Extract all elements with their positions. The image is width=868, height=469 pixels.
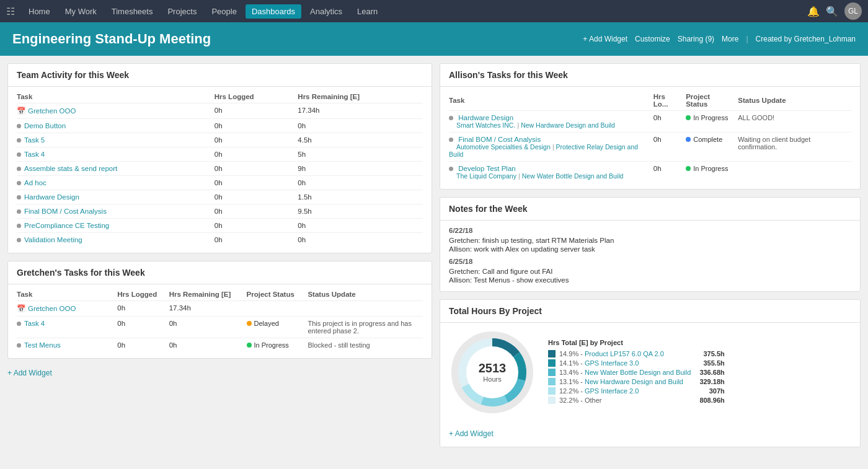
gretchens-tasks-table: Task Hrs Logged Hrs Remaining [E] Projec…	[17, 288, 423, 352]
subtask-link1[interactable]: The Liquid Company	[456, 172, 516, 180]
task-link[interactable]: Task 4	[24, 320, 45, 327]
task-link[interactable]: Task 5	[24, 136, 45, 144]
sharing-btn[interactable]: Sharing (9)	[678, 35, 714, 43]
task-cell: Develop Test Plan The Liquid Company | N…	[449, 162, 653, 183]
hrs-logged-cell: 0h	[117, 301, 169, 317]
legend-color	[548, 359, 556, 367]
nav-projects[interactable]: Projects	[161, 4, 203, 19]
nav-people[interactable]: People	[205, 4, 242, 19]
update-cell	[308, 301, 423, 317]
add-widget-header-btn[interactable]: + Add Widget	[583, 35, 627, 43]
hrs-logged-cell: 0h	[215, 190, 298, 204]
table-row: PreCompliance CE Testing 0h 0h	[17, 219, 423, 233]
task-cell: Task 4	[17, 317, 117, 338]
col-ahrs: Hrs Lo...	[653, 90, 686, 111]
task-link[interactable]: Final BOM / Cost Analysis	[458, 136, 541, 143]
task-link[interactable]: Final BOM / Cost Analysis	[24, 208, 107, 215]
status-dot	[247, 321, 252, 326]
task-link[interactable]: Gretchen OOO	[28, 305, 76, 312]
notes-title: Notes for the Week	[440, 198, 860, 221]
dot-icon	[17, 238, 21, 242]
nav-timesheets[interactable]: Timesheets	[105, 4, 159, 19]
task-link[interactable]: Hardware Design	[458, 114, 513, 121]
legend-item: 14.9% - Product LP157 6.0 QA 2.0 375.5h	[548, 350, 725, 357]
hrs-logged-cell: 0h	[215, 204, 298, 219]
nav-dashboards[interactable]: Dashboards	[246, 4, 301, 19]
hrs-logged-cell: 0h	[215, 219, 298, 233]
legend-link[interactable]: Product LP157 6.0 QA 2.0	[585, 350, 664, 357]
status-dot	[686, 166, 691, 171]
task-link[interactable]: Hardware Design	[24, 193, 79, 201]
subtask-link2[interactable]: New Water Bottle Design and Build	[522, 172, 624, 180]
more-btn[interactable]: More	[722, 35, 738, 43]
update-cell: ALL GOOD!	[738, 111, 851, 133]
task-link[interactable]: Validation Meeting	[24, 236, 82, 243]
task-link[interactable]: Ad hoc	[24, 179, 46, 186]
gretchens-tasks-widget: Gretchen's Tasks for this Week Task Hrs …	[7, 261, 432, 359]
status-badge: In Progress	[686, 114, 728, 121]
hrs-logged-cell: 0h	[117, 338, 169, 353]
hrs-logged-cell: 0h	[117, 317, 169, 338]
hrs-remaining-cell: 0h	[169, 317, 247, 338]
avatar[interactable]: GL	[844, 2, 862, 20]
allisons-tasks-table: Task Hrs Lo... Project Status Status Upd…	[449, 90, 851, 183]
col-hrs-logged: Hrs Logged	[215, 90, 298, 103]
legend-link[interactable]: New Hardware Design and Build	[585, 378, 683, 385]
search-icon[interactable]: 🔍	[826, 6, 838, 17]
task-link[interactable]: Demo Button	[24, 122, 66, 129]
status-dot	[686, 137, 691, 142]
task-link[interactable]: Develop Test Plan	[458, 165, 515, 172]
hrs-cell: 0h	[653, 133, 686, 162]
nav-analytics[interactable]: Analytics	[304, 4, 348, 19]
hrs-logged-cell: 0h	[215, 133, 298, 147]
task-link[interactable]: Test Menus	[24, 341, 61, 349]
legend-color	[548, 378, 556, 385]
legend-value: 808.96h	[694, 397, 724, 404]
hrs-logged-cell: 0h	[215, 176, 298, 190]
nav-home[interactable]: Home	[22, 4, 56, 19]
hrs-cell: 0h	[653, 162, 686, 183]
customize-btn[interactable]: Customize	[635, 35, 670, 43]
add-widget-left-btn[interactable]: + Add Widget	[7, 366, 432, 380]
notes-body: 6/22/18Gretchen: finish up testing, star…	[440, 221, 860, 291]
team-activity-title: Team Activity for this Week	[8, 64, 432, 87]
table-row: Hardware Design 0h 1.5h	[17, 190, 423, 204]
hrs-remaining-cell: 17.34h	[169, 301, 247, 317]
hrs-remaining-cell: 0h	[298, 119, 423, 133]
allisons-tasks-widget: Allison's Tasks for this Week Task Hrs L…	[440, 63, 861, 190]
table-row: Ad hoc 0h 0h	[17, 176, 423, 190]
legend-link[interactable]: GPS Interface 3.0	[585, 359, 639, 367]
table-row: Final BOM / Cost Analysis Automotive Spe…	[449, 133, 851, 162]
bell-icon[interactable]: 🔔	[807, 6, 820, 17]
legend-value: 375.5h	[699, 350, 725, 357]
created-by: Created by Gretchen_Lohman	[756, 35, 856, 43]
total-hours-title: Total Hours By Project	[440, 300, 860, 323]
table-row: 📅Gretchen OOO 0h 17.34h	[17, 103, 423, 119]
status-dot	[686, 115, 691, 120]
add-widget-right-btn[interactable]: + Add Widget	[449, 427, 494, 441]
grid-icon[interactable]: ☷	[6, 6, 15, 17]
subtask-link2[interactable]: New Hardware Design and Build	[521, 121, 615, 129]
task-link[interactable]: Task 4	[24, 151, 45, 158]
legend-link[interactable]: GPS Interface 2.0	[585, 387, 639, 395]
dot-icon	[17, 322, 21, 326]
status-cell: Delayed	[247, 317, 308, 338]
legend-link[interactable]: New Water Bottle Design and Build	[585, 369, 691, 376]
col-atask: Task	[449, 90, 653, 111]
legend-color	[548, 369, 556, 376]
task-link[interactable]: PreCompliance CE Testing	[24, 222, 109, 229]
legend-item: 32.2% - Other 808.96h	[548, 397, 725, 404]
dot-icon	[17, 167, 21, 171]
subtask-link1[interactable]: Smart Watches INC.	[456, 121, 515, 129]
col-astatus: Project Status	[686, 90, 738, 111]
task-link[interactable]: Assemble stats & send report	[24, 165, 117, 172]
subtask-link1[interactable]: Automotive Specialties & Design	[456, 143, 551, 151]
legend-value: 336.68h	[694, 369, 724, 376]
task-link[interactable]: Gretchen OOO	[28, 107, 76, 115]
nav-mywork[interactable]: My Work	[59, 4, 103, 19]
hrs-remaining-cell: 1.5h	[298, 190, 423, 204]
dot-icon	[17, 138, 21, 142]
hrs-remaining-cell: 9h	[298, 162, 423, 176]
chart-legend: Hrs Total [E] by Project 14.9% - Product…	[548, 339, 725, 406]
nav-learn[interactable]: Learn	[351, 4, 384, 19]
